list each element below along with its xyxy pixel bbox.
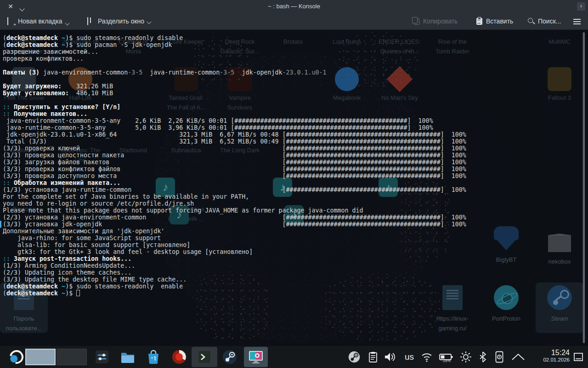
- desktop-icon-label: MultiMC: [534, 37, 585, 46]
- wifi-tray-button[interactable]: [420, 346, 434, 368]
- bluetooth-tray-button[interactable]: [478, 346, 488, 368]
- tray-expander-button[interactable]: [510, 346, 526, 368]
- desktop-icon-nekobox[interactable]: nekobox: [534, 226, 585, 266]
- terminal-line: (1/3) установка java-runtime-common [###…: [3, 186, 466, 193]
- steam-task-button[interactable]: [220, 346, 240, 368]
- system-settings-button[interactable]: [92, 346, 112, 368]
- steam-icon: [222, 350, 237, 364]
- desktop-icon-label: PortProton: [481, 314, 532, 323]
- scrollbar-handle[interactable]: [583, 32, 585, 343]
- brightness-sun-icon: [460, 351, 472, 363]
- terminal-line: разрешение зависимостей...: [3, 48, 466, 55]
- terminal-line: (2/3) Updating icon theme caches...: [3, 269, 466, 276]
- terminal-line: you need to re-login or source /etc/prof…: [3, 200, 466, 207]
- steam-tray-icon: [348, 351, 360, 363]
- new-tab-chevron-icon: [65, 21, 69, 25]
- terminal-line: (3/3) Updating the desktop file MIME typ…: [3, 276, 466, 283]
- terminal-line: (3/3) проверка конфликтов файлов [######…: [3, 166, 466, 172]
- paste-label: Вставить: [486, 17, 513, 25]
- new-tab-label: Новая вкладка: [18, 17, 62, 25]
- battery-tray-button[interactable]: 15%: [437, 346, 455, 368]
- terminal-scrollbar[interactable]: [582, 32, 585, 343]
- window-restore-button[interactable]: ›: [577, 2, 585, 11]
- split-window-icon: [87, 17, 95, 25]
- hamburger-menu-icon: [573, 17, 581, 25]
- system-settings-icon: [95, 350, 109, 364]
- terminal-line-marker: [0, 221, 1, 228]
- paste-button[interactable]: Вставить: [475, 13, 513, 29]
- konsole-task-button[interactable]: [194, 346, 215, 368]
- red-browser-icon: [172, 350, 187, 364]
- spectacle-task-button[interactable]: [246, 346, 266, 368]
- copy-icon: [413, 17, 420, 25]
- terminal-line: alsa-lib: for basic sound support [устан…: [3, 242, 466, 248]
- keyboard-layout-indicator[interactable]: us: [402, 346, 416, 368]
- clock-time: 15:24: [527, 348, 570, 357]
- desktop-icon-multimc[interactable]: MultiMC: [534, 37, 585, 46]
- digital-clock[interactable]: 15:24 02.01.2026: [527, 346, 570, 368]
- window-title: ~ : bash — Konsole: [0, 0, 588, 13]
- terminal-line: (3/3) проверка доступного места [#######…: [3, 172, 466, 179]
- browser-button[interactable]: [169, 346, 189, 368]
- search-label: Поиск...: [538, 17, 561, 25]
- terminal-line: (deck@steamdeck ~)$ sudo steamos-readonl…: [3, 283, 466, 290]
- search-button[interactable]: Поиск...: [527, 13, 561, 29]
- discover-bag-icon: [147, 350, 160, 364]
- desktop-icon-portproton[interactable]: PortProton: [481, 285, 532, 323]
- desktop-icon-steam[interactable]: Steam: [534, 285, 585, 323]
- folder-icon: [120, 350, 135, 364]
- konsole-window: Return toGaming Mode20 minutes tillDawnC…: [0, 0, 588, 346]
- pager-desktop-2[interactable]: [57, 349, 87, 365]
- konsole-icon: [198, 350, 211, 364]
- show-desktop-button[interactable]: [572, 346, 584, 368]
- terminal-line: Дополнительные зависимости для 'jdk-open…: [3, 228, 466, 235]
- steam-tray-button[interactable]: [347, 346, 361, 368]
- brightness-tray-button[interactable]: [458, 346, 473, 368]
- discover-store-button[interactable]: [143, 346, 164, 368]
- copy-label: Копировать: [423, 17, 458, 25]
- desktop-icon-biglybt[interactable]: BiglyBT: [481, 226, 532, 264]
- split-window-label: Разделить окно: [98, 17, 144, 25]
- wifi-icon: [421, 352, 433, 362]
- launcher-icon: [7, 347, 26, 367]
- app-launcher-button[interactable]: [7, 346, 26, 368]
- clipboard-tray-button[interactable]: [367, 346, 379, 368]
- battery-percent-label: 15%: [443, 358, 451, 363]
- show-desktop-icon: [574, 353, 583, 361]
- terminal-line: :: Обработка изменений пакета...: [3, 179, 466, 186]
- volume-tray-button[interactable]: [383, 346, 397, 368]
- terminal-line: gtk3: for the Gtk+ 3 look and feel - des…: [3, 248, 466, 255]
- new-tab-icon: [7, 17, 15, 25]
- pager-desktop-1[interactable]: [25, 349, 56, 365]
- terminal-output: (deck@steamdeck ~)$ sudo steamos-readonl…: [3, 34, 466, 297]
- bluetooth-icon: [480, 351, 486, 362]
- kdeconnect-tray-button[interactable]: [492, 346, 506, 368]
- clipboard-icon: [368, 351, 378, 362]
- terminal-line: проверка конфликтов...: [3, 55, 466, 62]
- terminal-line: (3/3) проверка ключей [#################…: [3, 145, 466, 152]
- terminal-line: java-environment-common-3-5-any 2,6 KiB …: [3, 117, 466, 124]
- virtual-desktop-pager[interactable]: [25, 346, 87, 368]
- hamburger-menu-button[interactable]: [573, 13, 581, 29]
- terminal-line: Please note that this package does not s…: [3, 207, 466, 214]
- desktop-icon-label: BiglyBT: [481, 255, 532, 264]
- terminal-line: :: Получение пакетов...: [3, 110, 466, 117]
- terminal-line: Total (3/3) 321,3 MiB 6,52 MiB/s 00:49 […: [3, 138, 466, 145]
- caret-up-icon: [511, 353, 525, 361]
- desktop-icon-fallout-3[interactable]: Fallout 3: [534, 67, 585, 103]
- copy-button[interactable]: Копировать: [413, 13, 458, 29]
- terminal-line: [3, 62, 466, 69]
- split-window-button[interactable]: Разделить окно: [87, 13, 151, 29]
- terminal-line: jdk-openjdk-23.0.1.u0-1-x86_64 321,3 MiB…: [3, 131, 466, 138]
- window-titlebar[interactable]: ✕ ~ : bash — Konsole ›: [0, 0, 588, 13]
- file-manager-button[interactable]: [118, 346, 138, 368]
- terminal-line: Будет загружено: 321,26 MiB: [3, 83, 466, 90]
- spectacle-screenshot-icon: [248, 350, 264, 364]
- terminal-line: (2/3) установка java-environment-common …: [3, 214, 466, 221]
- terminal-line: :: Запуск post-transaction hooks...: [3, 255, 466, 262]
- speaker-icon: [384, 352, 396, 362]
- terminal-line: (3/3) проверка целостности пакета [#####…: [3, 152, 466, 159]
- new-tab-button[interactable]: Новая вкладка: [7, 13, 69, 29]
- paste-icon: [475, 17, 483, 25]
- terminal-line: For the complete set of Java binaries to…: [3, 193, 466, 200]
